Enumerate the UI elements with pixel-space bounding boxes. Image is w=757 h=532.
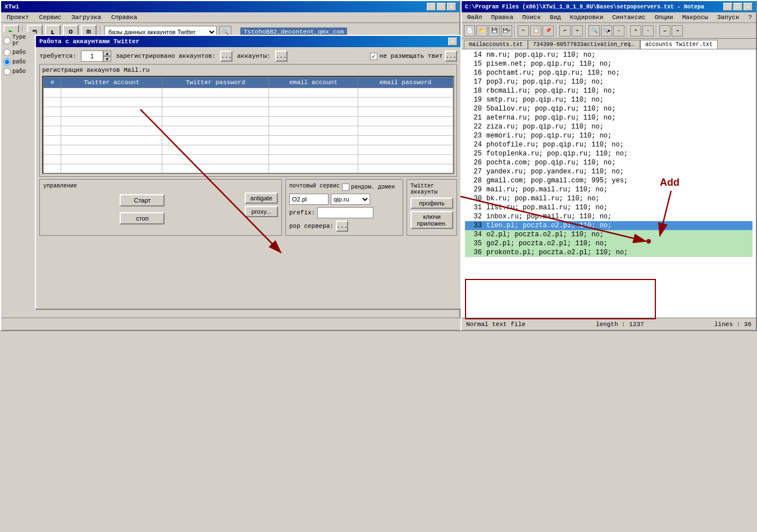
menu-service[interactable]: Сервис (37, 13, 64, 21)
line-number: 29 (465, 185, 482, 194)
prefix-input[interactable] (317, 207, 373, 218)
menu-project[interactable]: Проект (4, 13, 31, 21)
twitter-panel-title: Twitter аккаунты (411, 183, 453, 195)
antigate-btn[interactable]: antigate (245, 192, 278, 204)
menu-help[interactable]: Справка (109, 13, 139, 21)
proxy-btn[interactable]: proxy... (245, 206, 278, 217)
np-menu-search[interactable]: Поиск (520, 13, 543, 21)
code-line: 18rbcmail.ru; pop.qip.ru; 110; no; (465, 86, 753, 95)
pop-row: pop сервера: ... (289, 221, 399, 232)
np-menu-encoding[interactable]: Кодировки (568, 13, 605, 21)
xtwi-window: XTwi ─ □ ✕ Проект Сервис Загрузка Справк… (0, 0, 460, 331)
keys-btn[interactable]: ключи приложен. (411, 211, 453, 229)
popup-header-row: почтовый сервис рандом. домен (289, 183, 399, 191)
spin-up-btn[interactable]: ▲ (103, 51, 111, 56)
table-row[interactable] (44, 164, 453, 174)
xtwi-close-btn[interactable]: ✕ (447, 3, 456, 11)
np-save-all-btn[interactable]: 💾+ (501, 25, 512, 36)
table-row[interactable] (44, 155, 453, 164)
statusbar-type: Normal text file (466, 321, 526, 328)
start-btn[interactable]: Старт (120, 194, 165, 207)
np-cut-btn[interactable]: ✂ (518, 25, 529, 36)
requires-label: требуется: (39, 53, 76, 59)
np-menu-view[interactable]: Вид (548, 13, 563, 21)
table-row[interactable] (44, 117, 453, 126)
np-redo-btn[interactable]: ↪ (572, 25, 583, 36)
np-search-btn[interactable]: 🔍 (589, 25, 600, 36)
registered-label: зарегистрировано аккаунтов: (116, 53, 216, 59)
np-wrap-btn[interactable]: ↵ (659, 25, 671, 36)
radio-work3-input[interactable] (3, 68, 11, 75)
profile-btn[interactable]: профиль (411, 198, 453, 209)
popup-service-panel: почтовый сервис рандом. домен qip.ru (285, 179, 403, 236)
xtwi-statusbar (1, 318, 462, 330)
table-row[interactable] (44, 88, 453, 98)
stop-btn[interactable]: стоп (120, 212, 165, 224)
xtwi-minimize-btn[interactable]: ─ (427, 3, 436, 11)
notepad-minimize-btn[interactable]: ─ (723, 3, 732, 11)
table-row[interactable] (44, 98, 453, 107)
popup-title: почтовый сервис (289, 183, 340, 189)
line-content: nm.ru; pop.qip.ru; 110; no; (486, 51, 595, 59)
np-menu-help[interactable]: ? (746, 13, 755, 21)
no-post-ellipsis-btn[interactable]: ... (445, 51, 457, 62)
registered-ellipsis-btn[interactable]: ... (220, 51, 232, 62)
notepad-content[interactable]: 14nm.ru; pop.qip.ru; 110; no;15pisem.net… (462, 49, 756, 274)
np-menu-macros[interactable]: Макросы (680, 13, 710, 21)
notepad-titlebar: C:\Program Files (x86)\XTwi_1_0_1_9_RU\B… (462, 1, 756, 12)
line-content: pisem.net; pop.qip.ru; 110; no; (486, 59, 612, 68)
np-menu-options[interactable]: Опции (653, 13, 676, 21)
np-menu-edit[interactable]: Правка (489, 13, 516, 21)
pop-ellipsis-btn[interactable]: ... (336, 221, 348, 232)
notepad-titlebar-btns: ─ □ ✕ (723, 3, 753, 11)
radio-work2-input[interactable] (3, 58, 11, 66)
notepad-maximize-btn[interactable]: □ (733, 3, 742, 11)
accounts-ellipsis-btn[interactable]: ... (275, 51, 288, 62)
np-paste-btn[interactable]: 📌 (542, 25, 554, 36)
notepad-statusbar: Normal text file length : 1237 lines : 3… (462, 318, 756, 330)
spin-down-btn[interactable]: ▼ (103, 56, 111, 62)
np-save-btn[interactable]: 💾 (489, 25, 500, 36)
random-domain-row: рандом. домен (342, 184, 395, 191)
requires-input[interactable] (81, 51, 103, 62)
np-zoom-out-btn[interactable]: - (642, 25, 654, 36)
domain-select[interactable]: qip.ru (331, 194, 370, 205)
line-content: aeterna.ru; pop.qip.ru; 110; no; (486, 113, 615, 122)
table-row[interactable] (44, 145, 453, 155)
line-number: 36 (465, 248, 482, 257)
dialog-close-btn[interactable]: ✕ (448, 38, 457, 45)
np-replace-btn[interactable]: ↔ (613, 25, 624, 36)
tab-mailaccounts[interactable]: mailaccounts.txt (464, 40, 528, 49)
sidebar-radios: Type pr рабо рабо рабо (1, 32, 36, 77)
line-number: 19 (465, 95, 482, 104)
menu-download[interactable]: Загрузка (69, 13, 103, 21)
xtwi-title: XTwi (4, 3, 19, 10)
np-menu-run[interactable]: Запуск (715, 13, 742, 21)
code-line: 25fotoplenka.ru; pop.qip.ru; 110; no; (465, 149, 753, 158)
np-undo-btn[interactable]: ↩ (559, 25, 571, 36)
service-input[interactable] (289, 194, 329, 205)
no-post-checkbox[interactable]: ✓ (370, 53, 377, 60)
table-row[interactable] (44, 126, 453, 136)
table-row[interactable] (44, 107, 453, 117)
xtwi-maximize-btn[interactable]: □ (437, 3, 446, 11)
twitter-accounts-right-panel: Twitter аккаунты профиль ключи приложен. (407, 179, 457, 236)
radio-type-input[interactable] (3, 37, 11, 44)
np-open-btn[interactable]: 📂 (476, 25, 487, 36)
np-copy-btn[interactable]: 📋 (530, 25, 541, 36)
np-menu-syntax[interactable]: Синтаксис (610, 13, 647, 21)
radio-work1-input[interactable] (3, 49, 11, 56)
np-menu-file[interactable]: Файл (465, 13, 484, 21)
np-find-next-btn[interactable]: 🔍▶ (601, 25, 612, 36)
tab-activation[interactable]: 734399-60577833activation_required.txt (528, 40, 640, 49)
random-domain-checkbox[interactable] (342, 184, 349, 191)
code-line: 27yandex.ru; pop.yandex.ru; 110; no; (465, 167, 753, 176)
notepad-close-btn[interactable]: ✕ (744, 3, 753, 11)
tab-twitter-accounts[interactable]: accounts Twitter.txt (640, 40, 718, 49)
np-zoom-in-btn[interactable]: + (630, 25, 641, 36)
code-line: 17pop3.ru; pop.qip.ru; 110; no; (465, 77, 753, 86)
table-row[interactable] (44, 136, 453, 145)
np-indent-btn[interactable]: ⇥ (672, 25, 683, 36)
np-new-btn[interactable]: 📄 (464, 25, 475, 36)
line-number: 22 (465, 122, 482, 131)
